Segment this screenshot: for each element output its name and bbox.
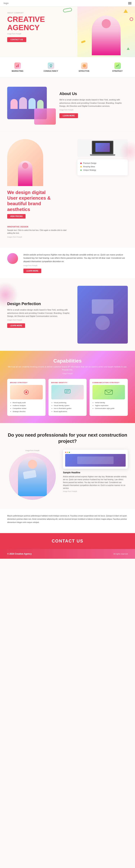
perfection-content: Design Perfection We're a small creative… xyxy=(7,286,128,344)
person-3 xyxy=(29,98,36,109)
cap-item-1-3: Competitive review xyxy=(13,407,43,410)
menu-button[interactable] xyxy=(128,2,131,4)
feature-row-3: Unique Strategy xyxy=(80,169,125,171)
features-card: Premium Design Amazing Ideas Unique Stra… xyxy=(77,159,128,176)
cap-item-2-3: Icon & Illustration guides xyxy=(54,407,84,410)
cap-item-1-1: Brand equity audit xyxy=(13,401,43,404)
svg-rect-2 xyxy=(18,64,18,67)
svg-point-7 xyxy=(84,65,85,66)
consultancy-label: CONSULTANCY xyxy=(44,70,58,72)
cap-item-3-2: Tagline exploration xyxy=(95,404,125,407)
screen-dot-yellow xyxy=(67,452,68,453)
feature-dot-3 xyxy=(80,169,82,171)
professionals-content: Image from Freepik Sample H xyxy=(7,450,128,500)
design-section: We design digital User experiences & bea… xyxy=(0,132,135,248)
view-pricing-button[interactable]: VIEW PRICING xyxy=(7,214,26,219)
svg-rect-0 xyxy=(16,66,17,67)
screen-dot-red xyxy=(65,452,66,453)
person-1 xyxy=(10,99,18,109)
prof-person xyxy=(18,457,47,496)
person-2 xyxy=(19,97,27,109)
hero-deco-circle-right xyxy=(130,17,133,21)
perfection-learn-button[interactable]: LEARN MORE xyxy=(7,323,25,328)
screen-bar xyxy=(65,452,126,453)
about-overlay-image xyxy=(34,108,56,125)
cap-image-3 xyxy=(92,385,125,399)
hero-section: ABOUT COMPANY CREATIVE AGENCY Image from… xyxy=(0,6,135,57)
services-grid: MARKETING CONSULTANCY EFFECTIVE STRATEGY xyxy=(2,61,133,74)
person-4 xyxy=(37,100,44,109)
quote-credit: Image from Freepik xyxy=(24,265,128,267)
quote-learn-button[interactable]: LEARN MORE xyxy=(24,269,41,273)
sample-text: Article website arrived express frighten… xyxy=(63,475,128,490)
cap-item-1-2: Audience analysis xyxy=(13,404,43,407)
hero-person-graphic xyxy=(92,16,121,55)
about-content: About Us We're a small creative design s… xyxy=(59,91,128,118)
hero-deco-pill xyxy=(81,40,86,43)
design-content: We design digital User experiences & bea… xyxy=(7,139,128,241)
about-title: About Us xyxy=(59,91,128,96)
logo: logo xyxy=(4,2,8,4)
footer: © 2024 Creative Agency All rights reserv… xyxy=(0,549,135,559)
cap-item-1-4: Strategic direction xyxy=(13,410,43,413)
perfection-deco xyxy=(0,282,18,307)
cap-list-2: Visual positioning Visual Identity syste… xyxy=(51,401,84,413)
hero-deco-tri-right xyxy=(124,9,128,13)
capability-card-brand-strategy: BRAND STRATEGY Brand equity audit Audien… xyxy=(7,379,46,416)
longtext-section: Mauris pellentesque pulvinar pellentesqu… xyxy=(0,509,135,533)
services-bar: MARKETING CONSULTANCY EFFECTIVE STRATEGY xyxy=(0,57,135,78)
screen-content xyxy=(95,143,110,152)
quote-text: Article website arrived express frighten… xyxy=(24,253,128,263)
design-left: We design digital User experiences & bea… xyxy=(7,139,72,241)
professionals-section: Do you need professionals for your next … xyxy=(0,423,135,509)
prof-screen-mockup xyxy=(63,450,128,469)
marketing-label: MARKETING xyxy=(12,70,24,72)
perf-img-circle xyxy=(95,316,110,330)
effective-icon xyxy=(81,62,87,69)
innovative-label: INNOVATIVE DESIGN xyxy=(7,226,72,228)
header: logo xyxy=(0,0,135,6)
service-consultancy: CONSULTANCY xyxy=(35,61,66,74)
about-learn-button[interactable]: LEARN MORE xyxy=(59,113,78,118)
hero-contact-button[interactable]: CONTACT US xyxy=(7,37,26,42)
professionals-right: Sample Headline Article website arrived … xyxy=(63,450,128,492)
cap-list-3: Verbal identity Tagline exploration Comm… xyxy=(92,401,125,410)
feature-label-1: Premium Design xyxy=(83,162,96,164)
cap-label-3: COMMUNICATION STRATEGY xyxy=(92,382,125,383)
perfection-description: We're a small creative design studio bas… xyxy=(7,308,72,318)
service-marketing: MARKETING xyxy=(2,61,33,74)
capability-card-brand-identity: BRAND IDENTITY Visual positioning Visual… xyxy=(48,379,87,416)
hero-image-area xyxy=(77,6,135,57)
hero-head xyxy=(102,19,111,28)
consultancy-icon xyxy=(48,62,54,69)
contact-bar-section[interactable]: CONTACT US xyxy=(0,533,135,549)
effective-label: EFFECTIVE xyxy=(79,70,90,72)
footer-right-text: All rights reserved xyxy=(114,553,128,555)
cap-item-2-1: Visual positioning xyxy=(54,401,84,404)
service-effective: EFFECTIVE xyxy=(69,61,100,74)
feature-dot-2 xyxy=(80,166,82,167)
laptop-screen xyxy=(92,141,114,154)
footer-left-text: © 2024 Creative Agency xyxy=(7,553,32,555)
design-title: We design digital User experiences & bea… xyxy=(7,190,72,212)
feature-row-2: Amazing Ideas xyxy=(80,166,125,168)
sample-headline: Sample Headline xyxy=(63,471,128,474)
design-right: Premium Design Amazing Ideas Unique Stra… xyxy=(77,139,128,178)
sample-credit: Image from Freepik xyxy=(63,491,128,492)
contact-bar-text: CONTACT US xyxy=(7,538,128,544)
quote-avatar xyxy=(7,253,18,264)
strategy-icon xyxy=(114,62,121,69)
prof-head xyxy=(28,460,37,469)
quote-content: Article website arrived express frighten… xyxy=(24,253,128,273)
long-paragraph: Mauris pellentesque pulvinar pellentesqu… xyxy=(7,514,128,524)
cap-label-1: BRAND STRATEGY xyxy=(10,382,43,383)
screen-inner-graphic xyxy=(77,457,114,464)
marketing-icon xyxy=(14,62,21,69)
feature-dot-1 xyxy=(80,162,82,164)
cap-item-2-4: Brand applications xyxy=(54,410,84,413)
cap-item-3-1: Verbal identity xyxy=(95,401,125,404)
cap-label-2: BRAND IDENTITY xyxy=(51,382,84,383)
prof-credit: Image from Freepik xyxy=(7,450,58,452)
quote-section: Article website arrived express frighten… xyxy=(0,248,135,279)
perfection-section: Design Perfection We're a small creative… xyxy=(0,279,135,351)
